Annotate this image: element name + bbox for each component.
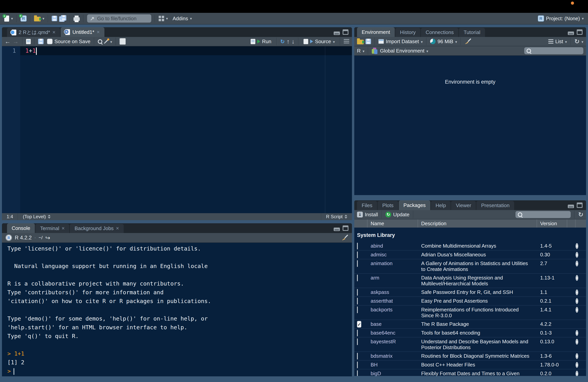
remove-package-icon[interactable] (576, 307, 578, 313)
project-menu-caret[interactable] (582, 16, 584, 21)
package-name-link[interactable]: bdsmatrix (368, 353, 418, 359)
tab-history[interactable]: History (395, 28, 420, 37)
packages-search[interactable] (515, 211, 571, 218)
language-caret[interactable] (363, 48, 365, 54)
minimize-pane-icon[interactable] (334, 32, 340, 35)
memory-usage-label[interactable]: 96 MiB (438, 39, 453, 44)
package-loaded-checkbox[interactable] (357, 298, 358, 304)
package-name-link[interactable]: askpass (368, 289, 418, 295)
package-loaded-checkbox[interactable] (357, 361, 358, 368)
save-icon[interactable] (52, 16, 57, 21)
remove-package-icon[interactable] (576, 330, 578, 336)
run-button[interactable]: Run (249, 37, 273, 45)
tab-untitled1[interactable]: Untitled1*× (61, 27, 105, 37)
package-loaded-checkbox[interactable] (357, 252, 358, 258)
package-name-link[interactable]: admisc (368, 252, 418, 257)
refresh-environment-icon[interactable] (574, 38, 580, 44)
package-name-link[interactable]: backports (368, 307, 418, 313)
new-file-icon[interactable] (4, 16, 9, 21)
pane-layout-caret[interactable] (166, 16, 168, 21)
package-loaded-checkbox[interactable] (357, 275, 358, 281)
tab-2-r-qmd[interactable]: 2 Rとは.qmd*× (7, 28, 60, 37)
tab-connections[interactable]: Connections (421, 28, 459, 37)
package-loaded-checkbox[interactable] (357, 330, 358, 336)
package-loaded-checkbox[interactable] (357, 243, 358, 249)
remove-package-icon[interactable] (576, 243, 578, 249)
tab-environment[interactable]: Environment (357, 27, 395, 37)
editor-code-area[interactable]: 1+1 (20, 46, 352, 213)
environment-search-input[interactable] (533, 48, 569, 54)
remove-package-icon[interactable] (576, 339, 578, 345)
tab-console[interactable]: Console (7, 223, 35, 233)
project-menu-label[interactable]: Project: (None) (546, 16, 580, 21)
package-name-link[interactable]: arm (368, 275, 418, 281)
tab-packages[interactable]: Packages (399, 200, 430, 210)
clear-console-icon[interactable] (341, 234, 348, 241)
package-loaded-checkbox[interactable] (357, 370, 358, 376)
remove-package-icon[interactable] (576, 275, 578, 281)
package-loaded-checkbox[interactable] (357, 321, 361, 328)
close-tab-icon[interactable]: × (116, 226, 119, 231)
new-file-dropdown-caret[interactable] (11, 16, 13, 21)
memory-usage-caret[interactable] (455, 39, 457, 44)
maximize-pane-icon[interactable] (343, 29, 348, 35)
package-name-link[interactable]: bigD (368, 371, 418, 376)
refresh-packages-icon[interactable] (578, 212, 583, 218)
goto-file-input[interactable] (97, 15, 149, 22)
package-name-link[interactable]: assertthat (368, 298, 418, 304)
remove-package-icon[interactable] (576, 289, 578, 295)
editor-line[interactable]: 1+1 (20, 46, 352, 55)
save-workspace-icon[interactable] (366, 39, 371, 44)
console-output[interactable]: Type 'license()' or 'licence()' for dist… (2, 243, 352, 376)
language-selector[interactable]: R (357, 48, 361, 54)
package-loaded-checkbox[interactable] (357, 339, 358, 345)
minimize-pane-icon[interactable] (568, 32, 574, 35)
pane-layout-icon[interactable] (159, 16, 164, 21)
tab-plots[interactable]: Plots (378, 201, 398, 210)
source-on-save-checkbox[interactable] (47, 39, 53, 44)
minimize-pane-icon[interactable] (568, 205, 574, 208)
close-tab-icon[interactable]: × (62, 226, 65, 231)
minimize-pane-icon[interactable] (334, 228, 340, 231)
open-recent-caret[interactable] (42, 16, 44, 21)
install-button[interactable]: Install (365, 212, 378, 218)
package-name-link[interactable]: base (368, 321, 418, 327)
update-button[interactable]: Update (393, 212, 410, 218)
maximize-pane-icon[interactable] (343, 225, 348, 231)
save-all-icon[interactable] (59, 15, 66, 22)
code-tools-caret[interactable] (110, 39, 112, 44)
package-loaded-checkbox[interactable] (357, 260, 358, 267)
package-name-link[interactable]: abind (368, 243, 418, 249)
open-in-new-window-icon[interactable] (26, 39, 31, 44)
find-replace-icon[interactable] (98, 39, 102, 44)
forward-icon[interactable]: → (13, 39, 19, 44)
remove-package-icon[interactable] (576, 261, 578, 266)
tab-terminal[interactable]: Terminal× (35, 224, 69, 233)
close-tab-icon[interactable]: × (97, 30, 100, 35)
new-project-icon[interactable]: R (21, 15, 27, 21)
remove-package-icon[interactable] (576, 362, 578, 368)
refresh-caret[interactable] (581, 39, 583, 44)
source-button[interactable]: Source (302, 37, 336, 45)
open-file-icon[interactable] (34, 17, 41, 21)
goto-file-search[interactable] (87, 14, 151, 22)
run-next-icon[interactable]: ↓ (292, 39, 295, 44)
scope-selector[interactable]: (Top Level) (18, 213, 55, 220)
open-directory-icon[interactable] (45, 234, 50, 241)
tab-presentation[interactable]: Presentation (476, 201, 514, 210)
code-tools-icon[interactable] (104, 39, 109, 44)
run-previous-icon[interactable]: ↑ (287, 39, 290, 44)
list-view-caret[interactable] (565, 39, 567, 44)
environment-scope-selector[interactable]: Global Environment (380, 48, 424, 54)
remove-package-icon[interactable] (576, 371, 578, 376)
maximize-pane-icon[interactable] (577, 29, 583, 35)
tab-files[interactable]: Files (357, 201, 377, 210)
remove-package-icon[interactable] (576, 298, 578, 304)
environment-scope-caret[interactable] (426, 48, 428, 54)
package-name-link[interactable]: BH (368, 362, 418, 368)
package-loaded-checkbox[interactable] (357, 289, 358, 296)
back-icon[interactable]: ← (5, 39, 11, 44)
document-outline-icon[interactable] (344, 39, 349, 44)
tab-tutorial[interactable]: Tutorial (459, 28, 485, 37)
remove-package-icon[interactable] (576, 252, 578, 258)
